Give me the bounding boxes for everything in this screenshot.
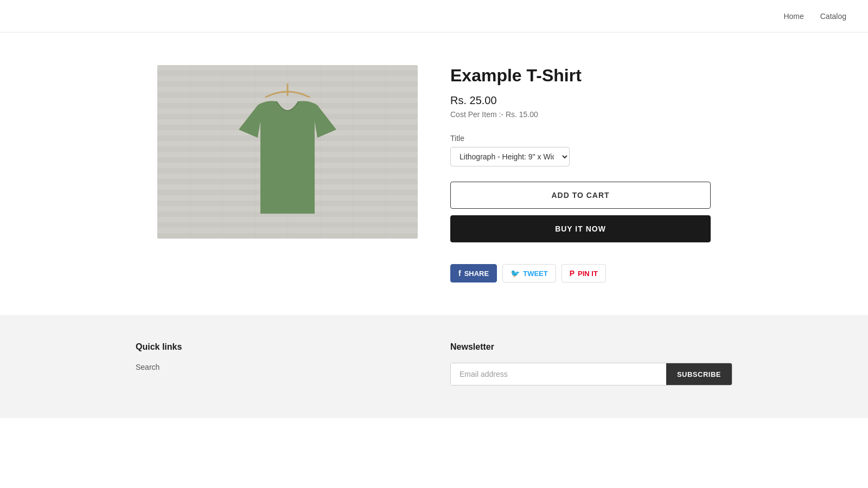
nav-catalog-link[interactable]: Catalog (820, 12, 846, 21)
product-details: Example T-Shirt Rs. 25.00 Cost Per Item … (450, 65, 711, 282)
footer-search-link[interactable]: Search (136, 363, 418, 371)
footer-newsletter: Newsletter SUBSCRIBE (450, 342, 732, 386)
product-image (157, 65, 418, 239)
newsletter-form: SUBSCRIBE (450, 363, 732, 386)
quick-links-heading: Quick links (136, 342, 418, 352)
nav-home-link[interactable]: Home (783, 12, 803, 21)
newsletter-email-input[interactable] (451, 363, 666, 385)
subscribe-button[interactable]: SUBSCRIBE (666, 363, 732, 385)
product-cost: Cost Per Item :- Rs. 15.00 (450, 110, 711, 119)
main-nav: Home Catalog (783, 12, 846, 21)
twitter-share-label: TWEET (523, 269, 548, 278)
product-title: Example T-Shirt (450, 65, 711, 86)
facebook-share-label: SHARE (464, 269, 489, 278)
buy-now-button[interactable]: BUY IT NOW (450, 215, 711, 242)
tshirt-illustration (228, 81, 347, 223)
site-header: Home Catalog (0, 0, 868, 33)
facebook-icon: f (458, 269, 461, 278)
add-to-cart-button[interactable]: ADD TO CART (450, 182, 711, 209)
variant-label: Title (450, 134, 711, 143)
pinterest-icon: P (570, 269, 575, 278)
cost-per-item-value: Rs. 15.00 (506, 110, 538, 119)
twitter-icon: 🐦 (510, 269, 520, 278)
newsletter-heading: Newsletter (450, 342, 732, 352)
footer-inner: Quick links Search Newsletter SUBSCRIBE (136, 342, 732, 386)
cost-per-item-label: Cost Per Item :- (450, 110, 503, 119)
twitter-share-button[interactable]: 🐦 TWEET (502, 264, 556, 282)
product-image-container (157, 65, 418, 239)
social-share: f SHARE 🐦 TWEET P PIN IT (450, 264, 711, 282)
product-price: Rs. 25.00 (450, 94, 711, 107)
site-footer: Quick links Search Newsletter SUBSCRIBE (0, 315, 868, 418)
pinterest-share-label: PIN IT (578, 269, 598, 278)
facebook-share-button[interactable]: f SHARE (450, 264, 497, 282)
variant-select[interactable]: Lithograph - Height: 9" x Width: (450, 147, 570, 166)
footer-quick-links: Quick links Search (136, 342, 418, 386)
product-page: Example T-Shirt Rs. 25.00 Cost Per Item … (136, 65, 732, 282)
pinterest-share-button[interactable]: P PIN IT (561, 264, 606, 282)
